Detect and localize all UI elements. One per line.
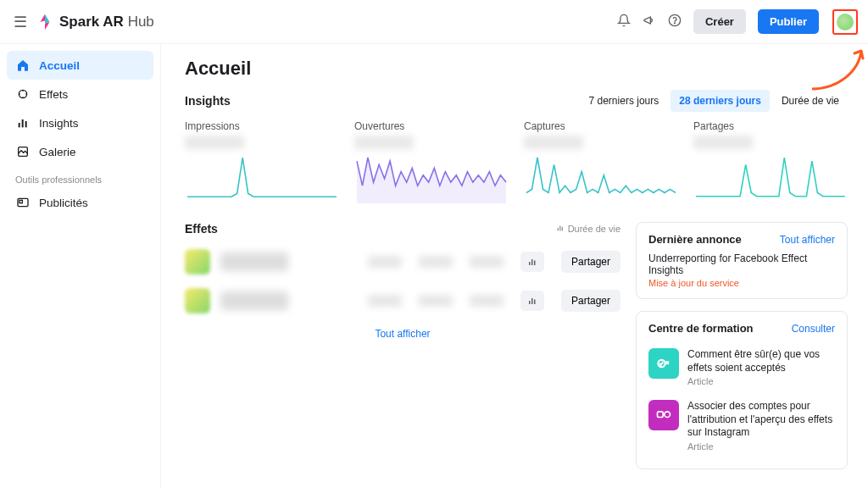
svg-rect-13 <box>531 259 533 265</box>
svg-rect-10 <box>559 226 560 231</box>
learning-cta-link[interactable]: Consulter <box>792 323 835 335</box>
insight-metric-value-blurred <box>185 136 339 152</box>
ad-icon <box>15 195 31 210</box>
svg-rect-19 <box>658 412 664 418</box>
insight-card[interactable]: Impressions <box>185 120 339 205</box>
effect-share-button[interactable]: Partager <box>561 251 620 273</box>
insight-metric-value-blurred <box>524 136 678 152</box>
sidebar: Accueil Effets Insights Galerie Outils p… <box>0 44 161 488</box>
svg-point-20 <box>665 412 670 418</box>
effect-row[interactable]: Partager <box>185 242 620 281</box>
publish-button[interactable]: Publier <box>758 9 819 34</box>
sidebar-item-label: Insights <box>39 117 79 130</box>
svg-rect-17 <box>534 300 536 305</box>
announcement-headline[interactable]: Underreporting for Facebook Effect Insig… <box>648 252 835 276</box>
svg-rect-16 <box>531 298 533 304</box>
home-icon <box>15 58 31 73</box>
sidebar-item-label: Effets <box>39 88 68 101</box>
svg-rect-15 <box>529 301 531 304</box>
main-content: Accueil Insights 7 derniers jours 28 der… <box>161 44 868 488</box>
sidebar-item-label: Publicités <box>39 197 88 209</box>
learning-item[interactable]: Comment être sûr(e) que vos effets soien… <box>648 341 835 393</box>
svg-point-0 <box>669 14 680 25</box>
app-logo[interactable]: Spark AR Hub <box>36 13 154 31</box>
insight-metric-label: Captures <box>524 120 678 132</box>
svg-rect-14 <box>534 261 536 266</box>
range-option-7d[interactable]: 7 derniers jours <box>581 90 668 112</box>
sidebar-item-label: Accueil <box>39 59 80 72</box>
svg-rect-5 <box>25 121 27 127</box>
insight-metric-label: Partages <box>693 120 848 132</box>
svg-rect-12 <box>529 262 531 265</box>
sidebar-item-gallery[interactable]: Galerie <box>7 137 153 166</box>
announcement-show-all-link[interactable]: Tout afficher <box>780 234 835 246</box>
effect-row[interactable]: Partager <box>185 281 620 320</box>
effects-lifetime-label: Durée de vie <box>556 224 620 234</box>
menu-toggle-icon[interactable]: ☰ <box>14 14 27 30</box>
effect-thumbnail <box>185 288 210 313</box>
sparkles-icon <box>15 86 31 102</box>
create-button[interactable]: Créer <box>693 9 746 34</box>
svg-rect-11 <box>561 227 562 231</box>
learning-panel-title: Centre de formation <box>648 322 754 335</box>
learning-item-title: Associer des comptes pour l'attribution … <box>687 400 835 440</box>
svg-rect-4 <box>22 119 24 127</box>
range-option-28d[interactable]: 28 derniers jours <box>670 90 770 112</box>
effect-stats-button[interactable] <box>520 291 544 311</box>
insight-card[interactable]: Ouvertures <box>354 120 509 205</box>
range-option-lifetime[interactable]: Durée de vie <box>773 90 848 112</box>
insight-metric-label: Ouvertures <box>354 120 509 132</box>
account-avatar[interactable] <box>832 9 858 35</box>
effect-name-blurred <box>220 291 288 310</box>
learning-item-subtitle: Article <box>687 441 835 452</box>
sidebar-section-label: Outils professionnels <box>15 175 145 185</box>
announcement-tag: Mise à jour du service <box>648 278 835 288</box>
help-icon[interactable] <box>668 14 682 30</box>
insight-metric-value-blurred <box>354 136 509 152</box>
effect-name-blurred <box>220 252 288 271</box>
sidebar-item-effects[interactable]: Effets <box>7 80 153 108</box>
sidebar-item-home[interactable]: Accueil <box>7 51 153 80</box>
insight-card[interactable]: Partages <box>693 120 848 205</box>
announcement-panel-title: Dernière annonce <box>648 233 742 246</box>
svg-rect-9 <box>557 228 558 230</box>
sidebar-item-ads[interactable]: Publicités <box>7 188 153 217</box>
announcement-card: Dernière annonce Tout afficher Underrepo… <box>636 222 848 299</box>
svg-rect-8 <box>19 200 22 202</box>
learning-item-subtitle: Article <box>687 376 835 386</box>
date-range-segmented: 7 derniers jours 28 derniers jours Durée… <box>581 90 848 112</box>
learning-item-title: Comment être sûr(e) que vos effets soien… <box>687 348 835 374</box>
insights-title: Insights <box>185 94 231 108</box>
megaphone-icon[interactable] <box>643 14 656 30</box>
spark-logo-icon <box>36 13 54 31</box>
gallery-icon <box>15 144 31 159</box>
effect-share-button[interactable]: Partager <box>561 290 620 312</box>
insight-metric-label: Impressions <box>185 120 339 132</box>
notifications-icon[interactable] <box>617 14 631 30</box>
learning-item[interactable]: Associer des comptes pour l'attribution … <box>648 393 835 458</box>
effect-thumbnail <box>185 249 210 274</box>
svg-point-1 <box>674 23 675 24</box>
bars-icon <box>15 115 31 130</box>
svg-point-2 <box>19 90 26 97</box>
sidebar-item-insights[interactable]: Insights <box>7 108 153 137</box>
svg-rect-3 <box>19 123 20 127</box>
insight-metric-value-blurred <box>693 136 848 152</box>
sidebar-item-label: Galerie <box>39 146 76 158</box>
effect-stats-button[interactable] <box>520 252 544 272</box>
check-badge-icon <box>648 348 679 379</box>
insight-card[interactable]: Captures <box>524 120 678 205</box>
effects-title: Effets <box>185 222 218 236</box>
app-name: Spark AR Hub <box>59 14 154 30</box>
effects-show-all-link[interactable]: Tout afficher <box>375 328 430 340</box>
link-accounts-icon <box>648 400 679 430</box>
bars-mini-icon <box>556 224 565 234</box>
page-title: Accueil <box>185 58 848 80</box>
learning-card: Centre de formation Consulter Comment êt… <box>636 311 848 469</box>
